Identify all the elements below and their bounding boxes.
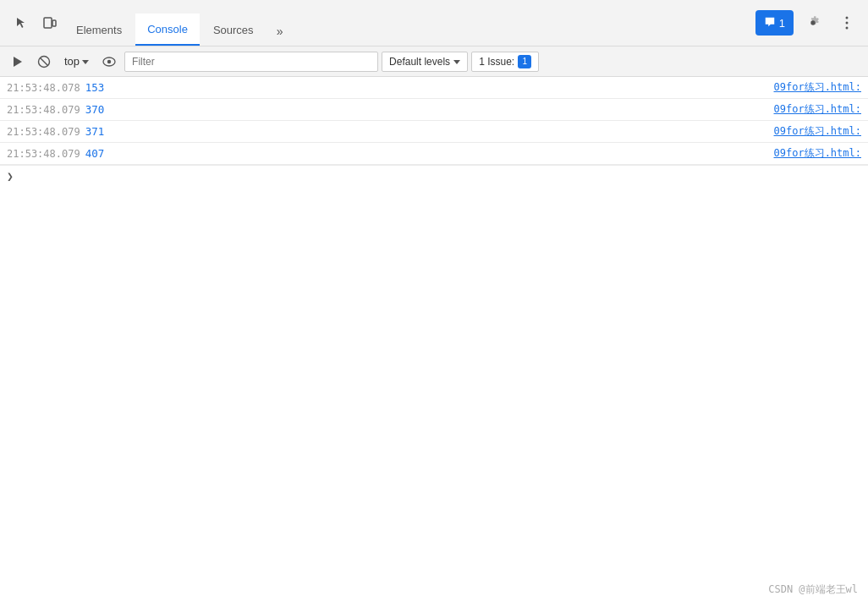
tab-console[interactable]: Console bbox=[135, 14, 200, 46]
log-source[interactable]: 09for练习.html: bbox=[774, 124, 861, 139]
table-row: 21:53:48.078 153 09for练习.html: bbox=[0, 77, 868, 99]
log-entries-container: 21:53:48.078 153 09for练习.html: 21:53:48.… bbox=[0, 77, 868, 165]
svg-line-7 bbox=[41, 57, 48, 65]
table-row: 21:53:48.079 370 09for练习.html: bbox=[0, 99, 868, 121]
console-input-row: ❯ bbox=[0, 165, 868, 187]
more-tabs-btn[interactable]: » bbox=[267, 17, 293, 46]
tab-sources[interactable]: Sources bbox=[201, 14, 266, 46]
svg-point-10 bbox=[107, 59, 111, 63]
log-source[interactable]: 09for练习.html: bbox=[774, 102, 861, 117]
console-log-area: 21:53:48.078 153 09for练习.html: 21:53:48.… bbox=[0, 77, 868, 607]
svg-point-4 bbox=[846, 27, 849, 30]
console-toolbar: top Default levels 1 Issue: 1 bbox=[0, 46, 868, 77]
prompt-chevron: ❯ bbox=[7, 170, 14, 183]
device-icon-btn[interactable] bbox=[36, 8, 64, 37]
svg-point-2 bbox=[846, 17, 849, 19]
svg-point-3 bbox=[846, 22, 849, 25]
log-timestamp: 21:53:48.079 bbox=[7, 126, 80, 138]
log-source[interactable]: 09for练习.html: bbox=[774, 146, 861, 161]
right-icons: 1 bbox=[755, 8, 861, 37]
issue-label: 1 Issue: bbox=[479, 56, 514, 68]
log-value: 371 bbox=[85, 125, 105, 138]
svg-marker-8 bbox=[82, 60, 89, 64]
chat-count: 1 bbox=[779, 17, 785, 30]
svg-marker-5 bbox=[14, 57, 22, 67]
top-selector-label: top bbox=[64, 55, 80, 68]
table-row: 21:53:48.079 371 09for练习.html: bbox=[0, 121, 868, 143]
top-toolbar: Elements Console Sources » 1 bbox=[0, 0, 868, 46]
top-selector[interactable]: top bbox=[59, 53, 94, 69]
log-value: 407 bbox=[85, 147, 105, 160]
tab-group: Elements Console Sources » bbox=[64, 0, 293, 46]
chat-icon bbox=[764, 16, 776, 30]
more-options-btn[interactable] bbox=[832, 8, 861, 37]
tab-elements[interactable]: Elements bbox=[64, 14, 134, 46]
svg-rect-1 bbox=[52, 20, 56, 26]
issue-count-icon: 1 bbox=[518, 55, 531, 68]
log-value: 153 bbox=[85, 81, 105, 94]
levels-btn[interactable]: Default levels bbox=[382, 52, 468, 72]
eye-btn[interactable] bbox=[97, 50, 121, 74]
svg-marker-11 bbox=[453, 60, 460, 64]
table-row: 21:53:48.079 407 09for练习.html: bbox=[0, 143, 868, 165]
log-timestamp: 21:53:48.079 bbox=[7, 148, 80, 160]
levels-label: Default levels bbox=[389, 56, 450, 68]
log-timestamp: 21:53:48.079 bbox=[7, 104, 80, 116]
svg-rect-0 bbox=[44, 18, 52, 28]
chat-badge-btn[interactable]: 1 bbox=[755, 10, 794, 36]
log-timestamp: 21:53:48.078 bbox=[7, 82, 80, 94]
log-source[interactable]: 09for练习.html: bbox=[774, 80, 861, 95]
log-value: 370 bbox=[85, 103, 105, 116]
cursor-icon-btn[interactable] bbox=[7, 8, 36, 37]
issue-badge-btn[interactable]: 1 Issue: 1 bbox=[471, 52, 539, 72]
filter-input[interactable] bbox=[124, 52, 378, 72]
clear-btn[interactable] bbox=[32, 50, 56, 74]
run-btn[interactable] bbox=[5, 50, 29, 74]
settings-btn[interactable] bbox=[799, 8, 827, 37]
